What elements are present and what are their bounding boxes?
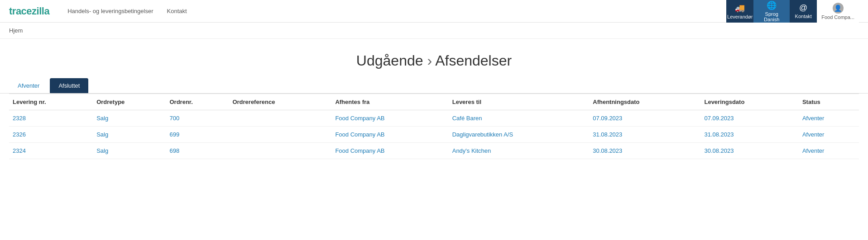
- cell-afhentes-fra: Food Company AB: [331, 110, 448, 127]
- contact-label: Kontakt: [795, 14, 812, 19]
- nav-contact[interactable]: Kontakt: [167, 8, 187, 14]
- page-title-separator: ›: [427, 52, 432, 69]
- col-ordrenr: Ordrenr.: [166, 94, 229, 110]
- cell-ordretype: Salg: [93, 127, 166, 143]
- truck-icon: 🚚: [735, 3, 745, 13]
- shipments-table: Levering nr. Ordretype Ordrenr. Ordreref…: [9, 94, 859, 159]
- cell-leveres-til: Andy's Kitchen: [449, 143, 590, 159]
- language-value: Danish: [764, 17, 779, 22]
- cell-leveringsdato: 07.09.2023: [700, 110, 798, 127]
- user-label: Food Compa...: [821, 14, 854, 20]
- cell-afhentes-fra: Food Company AB: [331, 143, 448, 159]
- logo[interactable]: tracezilla: [9, 5, 49, 17]
- cell-afhentningsdato: 07.09.2023: [589, 110, 700, 127]
- cell-afhentes-fra: Food Company AB: [331, 127, 448, 143]
- cell-levering-nr[interactable]: 2326: [9, 127, 93, 143]
- cell-status: Afventer: [799, 110, 859, 127]
- table-header-row: Levering nr. Ordretype Ordrenr. Ordreref…: [9, 94, 859, 110]
- cell-levering-nr[interactable]: 2328: [9, 110, 93, 127]
- avatar: 👤: [833, 3, 844, 14]
- table-row[interactable]: 2324Salg698Food Company ABAndy's Kitchen…: [9, 143, 859, 159]
- table-row[interactable]: 2326Salg699Food Company ABDagligvarebuti…: [9, 127, 859, 143]
- globe-icon: 🌐: [767, 0, 777, 10]
- cell-afhentningsdato: 31.08.2023: [589, 127, 700, 143]
- language-button[interactable]: 🌐 Sprog Danish: [753, 0, 790, 23]
- cell-status: Afventer: [799, 143, 859, 159]
- leverandor-label: Leverandør: [727, 14, 753, 19]
- cell-ordretype: Salg: [93, 110, 166, 127]
- language-label: Sprog: [765, 11, 778, 17]
- breadcrumb: Hjem: [0, 23, 868, 39]
- cell-ordrereference: [229, 110, 331, 127]
- cell-ordretype: Salg: [93, 143, 166, 159]
- col-status: Status: [799, 94, 859, 110]
- contact-button[interactable]: @ Kontakt: [790, 0, 817, 23]
- cell-ordrereference: [229, 143, 331, 159]
- table-container: Levering nr. Ordretype Ordrenr. Ordreref…: [0, 94, 868, 159]
- page-title: Udgående › Afsendelser: [0, 52, 868, 69]
- col-afhentningsdato: Afhentningsdato: [589, 94, 700, 110]
- col-afhentes-fra: Afhentes fra: [331, 94, 448, 110]
- cell-ordrenr: 700: [166, 110, 229, 127]
- header-right: 🚚 Leverandør 🌐 Sprog Danish @ Kontakt 👤 …: [726, 0, 859, 23]
- col-leveres-til: Leveres til: [449, 94, 590, 110]
- main-nav: Handels- og leveringsbetingelser Kontakt: [67, 8, 726, 14]
- logo-zilla: zilla: [32, 5, 49, 17]
- cell-leveres-til: Café Baren: [449, 110, 590, 127]
- cell-ordrereference: [229, 127, 331, 143]
- cell-afhentningsdato: 30.08.2023: [589, 143, 700, 159]
- email-icon: @: [799, 3, 807, 13]
- cell-ordrenr: 698: [166, 143, 229, 159]
- col-ordretype: Ordretype: [93, 94, 166, 110]
- logo-trace: trace: [9, 5, 32, 17]
- table-row[interactable]: 2328Salg700Food Company ABCafé Baren07.0…: [9, 110, 859, 127]
- nav-terms[interactable]: Handels- og leveringsbetingelser: [67, 8, 153, 14]
- col-leveringsdato: Leveringsdato: [700, 94, 798, 110]
- cell-status: Afventer: [799, 127, 859, 143]
- page-title-area: Udgående › Afsendelser: [0, 39, 868, 78]
- header: tracezilla Handels- og leveringsbetingel…: [0, 0, 868, 23]
- cell-leveringsdato: 30.08.2023: [700, 143, 798, 159]
- breadcrumb-home[interactable]: Hjem: [9, 27, 23, 34]
- tabs-bar: Afventer Afsluttet: [0, 78, 868, 94]
- leverandor-button[interactable]: 🚚 Leverandør: [726, 0, 753, 23]
- user-menu[interactable]: 👤 Food Compa...: [817, 0, 859, 23]
- page-title-part2: Afsendelser: [435, 52, 512, 69]
- page-title-part1: Udgående: [356, 52, 423, 69]
- cell-leveringsdato: 31.08.2023: [700, 127, 798, 143]
- cell-ordrenr: 699: [166, 127, 229, 143]
- cell-leveres-til: Dagligvarebutikken A/S: [449, 127, 590, 143]
- tab-afsluttet[interactable]: Afsluttet: [50, 78, 88, 93]
- tab-afventer[interactable]: Afventer: [9, 78, 48, 93]
- col-ordrereference: Ordrereference: [229, 94, 331, 110]
- col-levering-nr: Levering nr.: [9, 94, 93, 110]
- cell-levering-nr[interactable]: 2324: [9, 143, 93, 159]
